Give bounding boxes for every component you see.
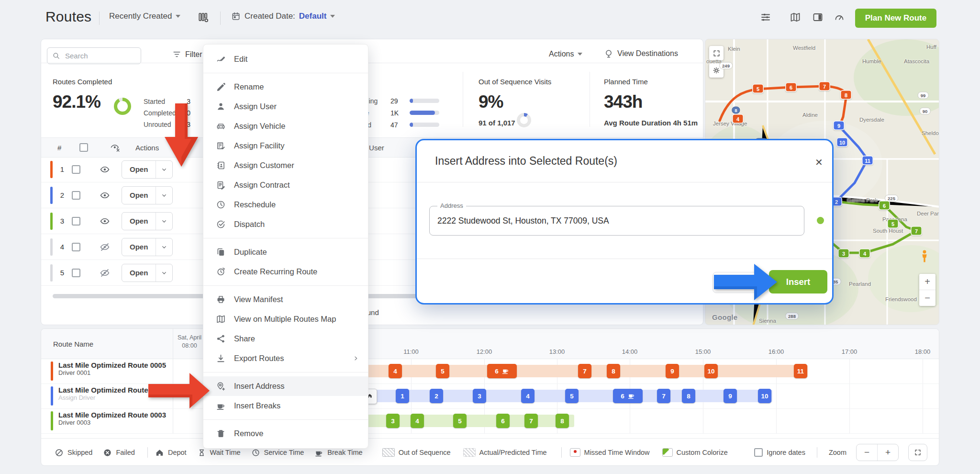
menu-item-remove[interactable]: Remove: [203, 424, 368, 443]
search-input-wrap[interactable]: [47, 47, 141, 64]
route-stop-8[interactable]: 8: [556, 414, 569, 428]
pegman-icon[interactable]: [919, 250, 930, 262]
map-stop-marker-7[interactable]: 7: [820, 82, 830, 90]
route-stop-4[interactable]: 4: [521, 389, 535, 403]
row-checkbox[interactable]: [72, 243, 80, 251]
route-stop-9[interactable]: 9: [666, 364, 679, 378]
panel-layout-icon[interactable]: [812, 11, 824, 23]
menu-item-reschedule[interactable]: Reschedule: [203, 195, 368, 214]
open-route-dropdown[interactable]: [156, 213, 172, 230]
menu-item-edit[interactable]: Edit: [203, 49, 368, 69]
menu-item-rename[interactable]: Rename: [203, 77, 368, 97]
map-stop-marker-10[interactable]: 10: [837, 138, 847, 147]
actions-dropdown[interactable]: Actions: [549, 50, 582, 58]
map-view-icon[interactable]: [790, 11, 801, 23]
route-stop-1[interactable]: 1: [396, 389, 409, 403]
row-checkbox[interactable]: [72, 269, 80, 277]
view-destinations-button[interactable]: View Destinations: [604, 49, 678, 58]
menu-item-assign-contract[interactable]: Assign Contract: [203, 175, 368, 195]
route-stop-7[interactable]: 7: [657, 389, 670, 403]
map-stop-marker-3[interactable]: 3: [839, 249, 849, 258]
route-stop-7[interactable]: 7: [578, 364, 591, 378]
route-stop-6[interactable]: 6: [487, 364, 517, 378]
menu-item-assign-vehicle[interactable]: Assign Vehicle: [203, 116, 368, 136]
row-checkbox[interactable]: [72, 191, 80, 200]
open-route-label[interactable]: Open: [122, 187, 156, 204]
map-stop-marker-8[interactable]: 8: [841, 91, 851, 99]
open-route-label[interactable]: Open: [122, 238, 156, 256]
map-stop-marker-4[interactable]: 4: [733, 115, 743, 123]
timeline-fullscreen-button[interactable]: [908, 444, 927, 461]
menu-item-assign-user[interactable]: Assign User: [203, 97, 368, 116]
menu-item-view-on-multiple-routes-map[interactable]: View on Multiple Routes Map: [203, 309, 368, 329]
map-stop-marker-4[interactable]: 4: [860, 249, 870, 258]
menu-item-export-routes[interactable]: Export Routes: [203, 349, 368, 368]
zoom-out-button[interactable]: −: [857, 444, 878, 461]
open-route-dropdown[interactable]: [156, 264, 172, 282]
map-stop-marker-5[interactable]: 5: [888, 220, 898, 228]
menu-item-share[interactable]: Share: [203, 329, 368, 349]
map-stop-marker-9[interactable]: 9: [834, 122, 844, 130]
timeline-route-row[interactable]: Last Mile Optimized Route 0003 Driver 00…: [41, 408, 939, 434]
timeline-zoom-control[interactable]: − +: [856, 444, 899, 461]
route-stop-2[interactable]: 2: [430, 389, 443, 403]
route-stop-4[interactable]: 4: [389, 364, 402, 378]
route-stop-6[interactable]: 6: [496, 414, 510, 428]
sliders-icon[interactable]: [760, 11, 771, 23]
route-stop-8[interactable]: 8: [682, 389, 695, 403]
open-route-button[interactable]: Open: [122, 212, 173, 230]
menu-item-insert-breaks[interactable]: Insert Breaks: [203, 396, 368, 416]
eye-icon[interactable]: [100, 190, 112, 201]
ignore-dates-checkbox[interactable]: [754, 448, 763, 457]
map-zoom-in-button[interactable]: +: [919, 274, 935, 290]
route-stop-5[interactable]: 5: [436, 364, 449, 378]
open-route-button[interactable]: Open: [122, 238, 173, 256]
route-stop-9[interactable]: 9: [724, 389, 737, 403]
open-route-dropdown[interactable]: [156, 238, 172, 256]
eye-icon[interactable]: [100, 164, 112, 175]
open-route-dropdown[interactable]: [156, 187, 172, 204]
menu-item-assign-facility[interactable]: Assign Facility: [203, 136, 368, 156]
created-date-filter[interactable]: Created Date: Default: [231, 11, 335, 21]
dashboard-gauge-icon[interactable]: [834, 11, 845, 23]
map-stop-marker-7[interactable]: 7: [912, 227, 922, 235]
eye-off-icon[interactable]: [100, 242, 112, 252]
route-stop-11[interactable]: 11: [794, 364, 807, 378]
menu-item-duplicate[interactable]: Duplicate: [203, 242, 368, 262]
route-stop-3[interactable]: 3: [473, 389, 486, 403]
menu-item-create-recurring-route[interactable]: Create Recurring Route: [203, 262, 368, 282]
open-route-label[interactable]: Open: [122, 161, 156, 178]
route-stop-5[interactable]: 5: [565, 389, 579, 403]
table-columns-settings-icon[interactable]: [197, 11, 210, 23]
route-stop-5[interactable]: 5: [453, 414, 467, 428]
open-route-button[interactable]: Open: [122, 186, 173, 204]
plan-new-route-button[interactable]: Plan New Route: [855, 9, 936, 28]
open-route-label[interactable]: Open: [122, 264, 156, 282]
menu-item-view-manifest[interactable]: View Manifest: [203, 290, 368, 309]
menu-item-insert-address[interactable]: Insert Address: [203, 376, 368, 396]
map-stop-marker-6[interactable]: 6: [880, 202, 890, 210]
search-input[interactable]: [64, 51, 128, 60]
filter-button[interactable]: Filter: [172, 50, 202, 59]
route-stop-4[interactable]: 4: [411, 414, 424, 428]
route-stop-10[interactable]: 10: [758, 389, 771, 403]
row-checkbox[interactable]: [72, 217, 80, 226]
map-zoom-control[interactable]: + −: [919, 274, 935, 306]
sort-dropdown[interactable]: Recently Created: [109, 11, 180, 21]
eye-icon[interactable]: [100, 216, 112, 226]
map-zoom-out-button[interactable]: −: [919, 290, 935, 306]
zoom-in-button[interactable]: +: [878, 444, 898, 461]
route-stop-3[interactable]: 3: [386, 414, 400, 428]
map-stop-marker-11[interactable]: 11: [863, 157, 873, 165]
eye-off-icon[interactable]: [100, 268, 112, 278]
map-stop-marker-5[interactable]: 5: [753, 85, 763, 93]
route-stop-7[interactable]: 7: [524, 414, 538, 428]
menu-item-dispatch[interactable]: Dispatch: [203, 214, 368, 234]
route-stop-8[interactable]: 8: [607, 364, 620, 378]
open-route-button[interactable]: Open: [122, 264, 173, 282]
open-route-label[interactable]: Open: [122, 213, 156, 230]
address-field[interactable]: Address 2222 Studewood St, Houston, TX 7…: [429, 206, 804, 236]
eye-x-icon[interactable]: [110, 143, 120, 153]
route-stop-10[interactable]: 10: [704, 364, 718, 378]
menu-item-assign-customer[interactable]: Assign Customer: [203, 156, 368, 175]
